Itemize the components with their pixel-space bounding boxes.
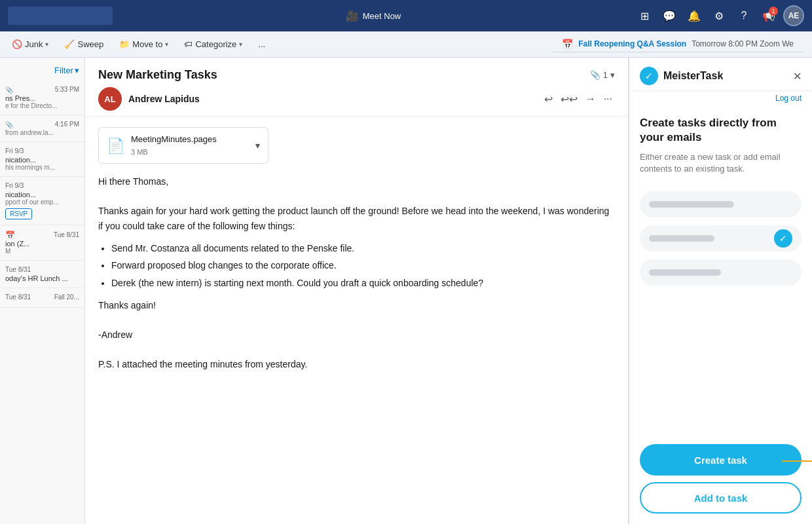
filter-bar: Filter ▾ — [0, 63, 84, 78]
email-body: 📄 MeetingMinutes.pages 3 MB ▾ Hi there T… — [85, 117, 628, 524]
feedback-button[interactable]: 💬 — [659, 5, 680, 26]
calendar-icon: 📅 — [562, 39, 573, 49]
meister-subtext: Either create a new task or add email co… — [640, 151, 802, 175]
list-item[interactable]: 📎 4:16 PM from andrew.la... — [0, 115, 84, 142]
help-icon: ? — [741, 10, 747, 22]
user-avatar[interactable]: AE — [783, 5, 804, 26]
list-item: Forward proposed blog changes to the cor… — [111, 258, 615, 272]
list-item[interactable]: Fri 9/3 nication... his mornings m... — [0, 142, 84, 177]
attachment-expand-button[interactable]: ▾ — [255, 140, 260, 151]
task-row: ✓ — [640, 225, 802, 252]
log-out-link[interactable]: Log out — [629, 91, 812, 105]
top-bar-left — [8, 7, 113, 25]
meister-headline: Create tasks directly from your emails — [640, 116, 802, 145]
grid-icon: ⊞ — [640, 10, 649, 22]
email-task-list: Send Mr. Costanza all documents related … — [111, 241, 615, 290]
sender-info: AL Andrew Lapidus — [98, 87, 200, 111]
categorize-label: Categorize — [195, 39, 236, 49]
add-to-task-button[interactable]: Add to task — [640, 482, 802, 514]
move-to-label: Move to — [132, 39, 162, 49]
rsvp-button[interactable]: RSVP — [5, 208, 32, 219]
forward-button[interactable]: → — [583, 90, 599, 108]
mail-preview: e for the Directo... — [5, 102, 79, 109]
email-thanks: Thanks again! — [98, 298, 615, 312]
email-title-row: New Marketing Tasks 📎 1 ▾ — [98, 68, 615, 82]
meet-now-button[interactable]: 🎥 Meet Now — [341, 7, 407, 25]
calendar-small-icon: 📅 — [5, 231, 15, 240]
sweep-label: Sweep — [77, 39, 103, 49]
create-task-button[interactable]: Create task — [640, 444, 802, 476]
list-item[interactable]: Tue 8/31 Fall 20... — [0, 288, 84, 308]
settings-button[interactable]: ⚙ — [709, 5, 729, 26]
help-button[interactable]: ? — [733, 5, 754, 26]
list-item[interactable]: 📅 Tue 8/31 ion (Z... M — [0, 225, 84, 261]
calendar-banner: 📅 Fall Reopening Q&A Session Tomorrow 8:… — [551, 36, 804, 52]
email-paragraph1: Thanks again for your hard work getting … — [98, 204, 615, 233]
email-header: New Marketing Tasks 📎 1 ▾ AL Andrew Lapi… — [85, 58, 628, 117]
list-item: Send Mr. Costanza all documents related … — [111, 241, 615, 255]
close-button[interactable]: ✕ — [793, 70, 802, 83]
calendar-event-title: Fall Reopening Q&A Session — [578, 39, 686, 48]
filter-button[interactable]: Filter ▾ — [54, 66, 79, 75]
attachment-card[interactable]: 📄 MeetingMinutes.pages 3 MB ▾ — [98, 127, 268, 164]
move-icon: 📁 — [119, 39, 130, 49]
attachment-icon: 📎 — [5, 86, 13, 94]
more-email-button[interactable]: ··· — [601, 90, 615, 108]
callout-line — [782, 460, 812, 462]
reply-button[interactable]: ↩ — [542, 90, 555, 108]
video-icon: 🎥 — [346, 10, 359, 22]
meister-header: ✓ MeisterTask ✕ — [629, 58, 812, 91]
task-bar-1 — [649, 201, 734, 208]
email-sender-row: AL Andrew Lapidus ↩ ↩↩ → ··· — [98, 87, 615, 111]
filter-chevron-icon: ▾ — [75, 66, 79, 75]
meister-title-group: ✓ MeisterTask — [640, 67, 723, 85]
mail-subject: ns Pres... — [5, 94, 79, 102]
main-layout: Filter ▾ 📎 5:33 PM ns Pres... e for the … — [0, 58, 812, 524]
list-item[interactable]: 📎 5:33 PM ns Pres... e for the Directo..… — [0, 81, 84, 115]
sweep-button[interactable]: 🧹 Sweep — [60, 37, 107, 52]
top-bar-right: ⊞ 💬 🔔 ⚙ ? 📢 1 AE — [634, 5, 804, 26]
close-icon: ✕ — [793, 71, 802, 82]
junk-button[interactable]: 🚫 Junk ▾ — [8, 37, 52, 52]
task-check-icon: ✓ — [774, 229, 792, 248]
email-greeting: Hi there Thomas, — [98, 174, 615, 189]
task-bar-2 — [649, 235, 714, 242]
step-callout: 4 — [782, 443, 812, 479]
mail-preview: M — [5, 248, 79, 255]
meistertask-panel: ✓ MeisterTask ✕ Log out Create tasks dir… — [629, 58, 812, 524]
gear-icon: ⚙ — [714, 10, 724, 22]
meister-logo: ✓ — [640, 67, 658, 85]
chevron-down-icon: ▾ — [610, 70, 615, 80]
junk-label: Junk — [25, 39, 43, 49]
categorize-icon: 🏷 — [184, 39, 193, 49]
more-label: ... — [258, 39, 265, 49]
alerts-button[interactable]: 📢 1 — [758, 5, 779, 26]
junk-chevron-icon: ▾ — [45, 41, 48, 48]
meister-body: Create tasks directly from your emails E… — [629, 105, 812, 444]
file-icon: 📄 — [107, 134, 124, 157]
search-box[interactable] — [8, 7, 113, 25]
email-title: New Marketing Tasks — [98, 68, 217, 82]
file-info: MeetingMinutes.pages 3 MB — [131, 133, 217, 158]
email-pane: New Marketing Tasks 📎 1 ▾ AL Andrew Lapi… — [85, 58, 629, 524]
reply-all-button[interactable]: ↩↩ — [558, 90, 580, 108]
move-chevron-icon: ▾ — [165, 41, 168, 48]
categorize-chevron-icon: ▾ — [239, 41, 242, 48]
list-item[interactable]: Fri 9/3 nication... pport of our emp... … — [0, 177, 84, 225]
filter-label: Filter — [54, 66, 73, 75]
bell-button[interactable]: 🔔 — [684, 5, 705, 26]
list-item: Derek (the new intern) is starting next … — [111, 276, 615, 290]
email-signature: -Andrew — [98, 328, 615, 342]
mail-subject: nication... — [5, 156, 79, 164]
mail-preview: his mornings m... — [5, 164, 79, 171]
calendar-event-detail: Tomorrow 8:00 PM Zoom We — [692, 39, 794, 48]
top-bar: 🎥 Meet Now ⊞ 💬 🔔 ⚙ ? 📢 1 AE — [0, 0, 812, 31]
categorize-button[interactable]: 🏷 Categorize ▾ — [180, 37, 246, 52]
mail-list: Filter ▾ 📎 5:33 PM ns Pres... e for the … — [0, 58, 85, 524]
paperclip-icon: 📎 — [590, 70, 600, 80]
mail-subject: nication... — [5, 191, 79, 198]
move-to-button[interactable]: 📁 Move to ▾ — [115, 37, 172, 52]
more-button[interactable]: ... — [254, 37, 269, 52]
grid-icon-button[interactable]: ⊞ — [634, 5, 655, 26]
list-item[interactable]: Tue 8/31 oday's HR Lunch ... — [0, 261, 84, 288]
